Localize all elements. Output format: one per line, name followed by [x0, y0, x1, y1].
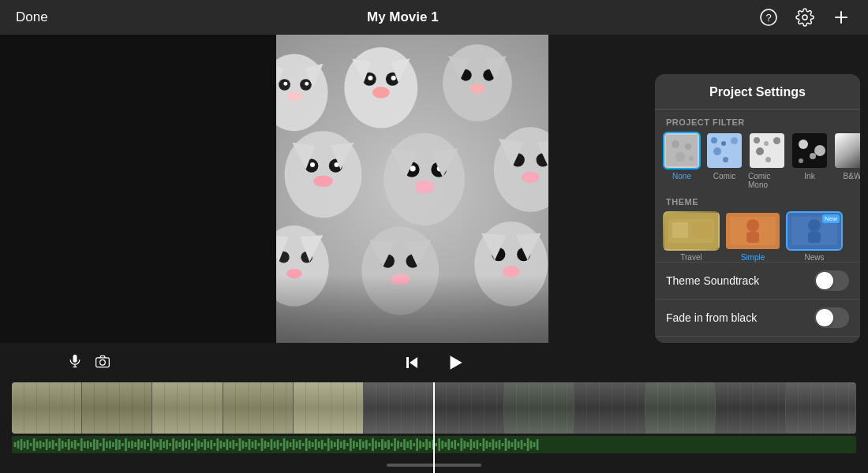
svg-rect-254 [518, 441, 520, 448]
help-icon[interactable]: ? [758, 6, 780, 28]
svg-rect-143 [166, 440, 168, 449]
filter-thumb-bw[interactable] [833, 132, 860, 169]
svg-point-10 [305, 82, 309, 86]
gear-icon[interactable] [794, 6, 816, 28]
filter-row: None Comic [655, 132, 860, 189]
filter-item-comic-mono[interactable]: Comic Mono [748, 132, 786, 189]
svg-rect-129 [122, 443, 124, 446]
filter-label-ink: Ink [804, 172, 814, 181]
filter-thumb-none[interactable] [663, 132, 701, 169]
camera-button[interactable] [95, 353, 110, 373]
svg-rect-222 [416, 438, 418, 451]
svg-rect-255 [521, 440, 523, 449]
svg-rect-116 [80, 438, 83, 451]
svg-rect-127 [115, 439, 118, 450]
svg-rect-249 [502, 443, 504, 446]
play-button[interactable] [445, 352, 466, 373]
mic-button[interactable] [67, 353, 83, 373]
svg-rect-138 [150, 438, 152, 451]
svg-rect-175 [268, 442, 270, 447]
svg-rect-199 [343, 440, 346, 449]
theme-label: THEME [655, 189, 860, 211]
svg-rect-120 [93, 439, 95, 450]
svg-rect-205 [362, 441, 365, 448]
svg-rect-258 [530, 441, 533, 449]
svg-rect-235 [457, 443, 459, 446]
svg-rect-105 [46, 439, 48, 450]
svg-rect-161 [223, 442, 226, 447]
svg-rect-220 [410, 440, 412, 449]
fade-in-toggle[interactable] [814, 307, 849, 328]
svg-point-11 [286, 91, 302, 101]
svg-rect-204 [359, 439, 361, 450]
filter-thumb-comic[interactable] [705, 132, 743, 169]
done-button[interactable]: Done [16, 9, 48, 25]
svg-rect-236 [460, 438, 462, 451]
track-frame [152, 382, 223, 434]
add-icon[interactable] [830, 6, 852, 28]
svg-rect-215 [394, 438, 396, 451]
playhead-line [433, 382, 435, 473]
svg-rect-247 [496, 441, 498, 448]
track-frame [716, 382, 786, 434]
svg-rect-200 [346, 443, 349, 446]
svg-rect-109 [58, 438, 61, 451]
svg-rect-113 [71, 441, 73, 448]
theme-item-simple[interactable]: Simple [724, 211, 781, 262]
svg-rect-246 [492, 439, 495, 450]
settings-title: Project Settings [655, 74, 860, 110]
filter-item-comic[interactable]: Comic [705, 132, 743, 189]
svg-rect-162 [226, 439, 229, 450]
svg-rect-188 [309, 441, 311, 449]
theme-soundtrack-toggle[interactable] [814, 270, 849, 291]
filter-thumb-comic-mono[interactable] [748, 132, 786, 169]
rewind-button[interactable] [402, 353, 421, 372]
theme-item-travel[interactable]: Travel [663, 211, 720, 262]
svg-rect-250 [505, 438, 507, 451]
svg-rect-196 [334, 442, 336, 447]
svg-rect-174 [264, 441, 267, 449]
svg-rect-152 [194, 438, 196, 451]
svg-rect-187 [305, 438, 308, 451]
theme-thumb-news[interactable]: New [786, 211, 843, 251]
filter-item-bw[interactable]: B&W [833, 132, 860, 189]
svg-rect-172 [258, 443, 260, 446]
svg-point-47 [522, 172, 539, 184]
svg-rect-157 [210, 440, 212, 449]
svg-rect-150 [188, 440, 190, 449]
svg-rect-179 [280, 443, 282, 446]
svg-rect-95 [14, 442, 17, 447]
theme-label-news: News [804, 253, 824, 262]
svg-rect-259 [533, 442, 536, 447]
svg-rect-189 [312, 442, 314, 447]
svg-rect-190 [315, 439, 317, 450]
filter-item-none[interactable]: None [663, 132, 701, 189]
svg-rect-115 [77, 443, 80, 446]
svg-rect-248 [499, 440, 501, 449]
svg-rect-230 [441, 441, 443, 449]
svg-rect-108 [55, 443, 58, 446]
svg-rect-160 [219, 441, 222, 449]
svg-rect-146 [175, 441, 178, 449]
theme-thumb-travel[interactable] [663, 211, 720, 251]
svg-rect-193 [324, 443, 327, 446]
svg-rect-178 [277, 440, 279, 449]
svg-rect-101 [33, 438, 36, 451]
svg-rect-208 [372, 438, 374, 451]
toggle-knob [816, 272, 833, 289]
theme-label-simple: Simple [741, 253, 765, 262]
svg-rect-126 [112, 442, 114, 447]
track-frame [294, 382, 364, 434]
filter-item-ink[interactable]: Ink [791, 132, 829, 189]
svg-rect-130 [125, 438, 127, 451]
svg-rect-147 [178, 442, 181, 447]
svg-rect-177 [274, 441, 276, 448]
filter-thumb-ink[interactable] [791, 132, 829, 169]
svg-rect-132 [131, 441, 133, 449]
theme-item-news[interactable]: New News [786, 211, 843, 262]
theme-thumb-simple[interactable] [724, 211, 781, 251]
svg-rect-118 [87, 441, 89, 449]
svg-rect-238 [466, 442, 469, 447]
svg-rect-119 [90, 442, 92, 447]
svg-rect-209 [375, 441, 377, 449]
